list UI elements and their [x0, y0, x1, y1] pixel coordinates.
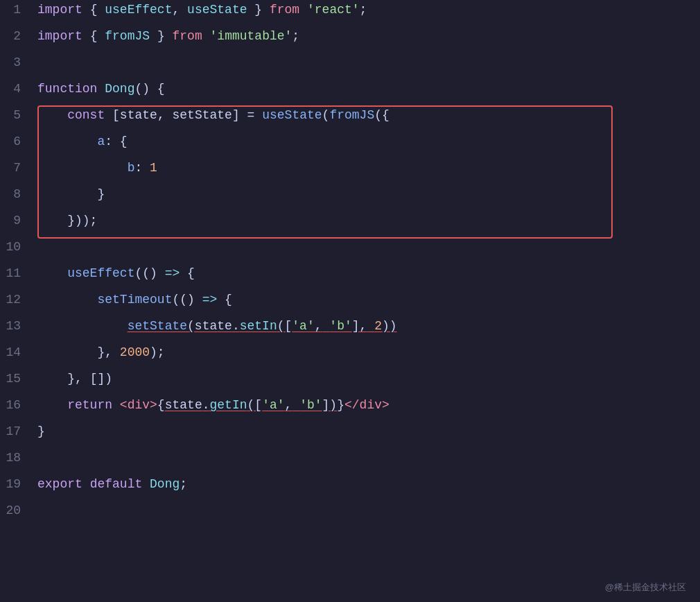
- line-content-17: }: [35, 422, 700, 442]
- code-line-16: 16 return <div>{state.getIn(['a', 'b'])}…: [0, 395, 700, 422]
- line-num-5: 5: [0, 105, 35, 126]
- line-num-10: 10: [0, 237, 35, 257]
- code-line-6: 6 a: {: [0, 132, 700, 158]
- line-num-19: 19: [0, 474, 35, 495]
- line-num-13: 13: [0, 316, 35, 336]
- code-line-17: 17 }: [0, 422, 700, 448]
- code-line-4: 4 function Dong() {: [0, 79, 700, 105]
- line-num-3: 3: [0, 53, 35, 73]
- code-line-20: 20: [0, 501, 700, 527]
- line-num-8: 8: [0, 184, 35, 205]
- code-content: 1 import { useEffect, useState } from 'r…: [0, 0, 700, 602]
- line-content-7: b: 1: [35, 158, 700, 178]
- line-num-6: 6: [0, 132, 35, 152]
- code-line-15: 15 }, []): [0, 369, 700, 395]
- line-content-12: setTimeout(() => {: [35, 290, 700, 310]
- line-num-12: 12: [0, 290, 35, 310]
- line-num-7: 7: [0, 158, 35, 178]
- line-num-1: 1: [0, 0, 35, 20]
- line-num-17: 17: [0, 422, 35, 442]
- code-line-1: 1 import { useEffect, useState } from 'r…: [0, 0, 700, 26]
- line-content-16: return <div>{state.getIn(['a', 'b'])}</d…: [35, 395, 700, 415]
- code-line-7: 7 b: 1: [0, 158, 700, 184]
- code-line-18: 18: [0, 448, 700, 474]
- line-content-6: a: {: [35, 132, 700, 152]
- line-content-15: }, []): [35, 369, 700, 389]
- code-line-5: 5 const [state, setState] = useState(fro…: [0, 105, 700, 132]
- code-line-8: 8 }: [0, 184, 700, 211]
- code-line-2: 2 import { fromJS } from 'immutable';: [0, 26, 700, 53]
- line-num-2: 2: [0, 26, 35, 46]
- line-content-1: import { useEffect, useState } from 'rea…: [35, 0, 700, 20]
- line-num-11: 11: [0, 264, 35, 284]
- code-line-11: 11 useEffect(() => {: [0, 264, 700, 290]
- code-line-10: 10: [0, 237, 700, 264]
- line-num-20: 20: [0, 501, 35, 521]
- code-editor: 1 import { useEffect, useState } from 'r…: [0, 0, 700, 602]
- line-num-16: 16: [0, 395, 35, 415]
- line-content-8: }: [35, 184, 700, 205]
- line-num-15: 15: [0, 369, 35, 389]
- line-num-9: 9: [0, 211, 35, 231]
- line-content-14: }, 2000);: [35, 343, 700, 363]
- line-num-18: 18: [0, 448, 35, 468]
- line-content-11: useEffect(() => {: [35, 264, 700, 284]
- code-line-19: 19 export default Dong;: [0, 474, 700, 501]
- code-line-13: 13 setState(state.setIn(['a', 'b'], 2)): [0, 316, 700, 343]
- code-line-12: 12 setTimeout(() => {: [0, 290, 700, 316]
- code-line-9: 9 }));: [0, 211, 700, 237]
- line-content-2: import { fromJS } from 'immutable';: [35, 26, 700, 46]
- line-content-19: export default Dong;: [35, 474, 700, 495]
- line-content-4: function Dong() {: [35, 79, 700, 99]
- watermark: @稀土掘金技术社区: [605, 580, 686, 595]
- line-content-13: setState(state.setIn(['a', 'b'], 2)): [35, 316, 700, 336]
- code-line-14: 14 }, 2000);: [0, 343, 700, 369]
- line-num-4: 4: [0, 79, 35, 99]
- line-content-9: }));: [35, 211, 700, 231]
- line-content-5: const [state, setState] = useState(fromJ…: [35, 105, 700, 126]
- line-num-14: 14: [0, 343, 35, 363]
- code-line-3: 3: [0, 53, 700, 79]
